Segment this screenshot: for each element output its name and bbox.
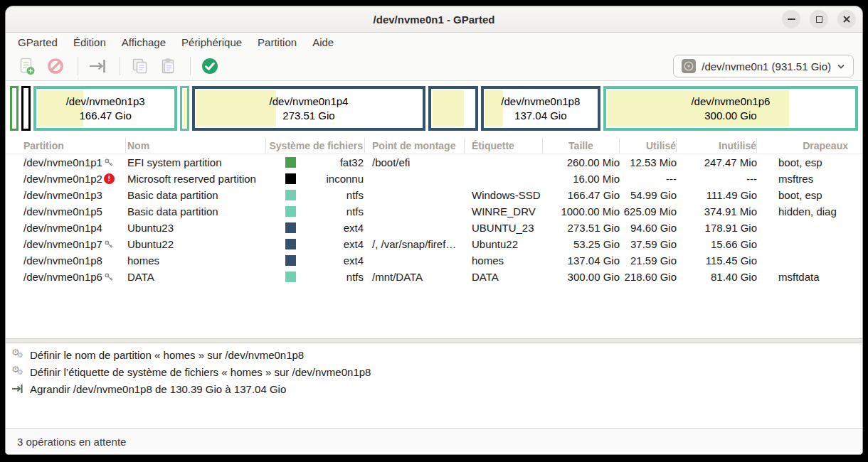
filesystem-name: ext4 <box>344 238 364 250</box>
table-row[interactable]: /dev/nvme0n1p6DATAntfs/mnt/DATADATA300.0… <box>6 269 862 285</box>
device-selector-label: /dev/nvme0n1 (931.51 Gio) <box>702 60 831 72</box>
partition-segment-size: 300.00 Gio <box>691 109 770 123</box>
table-row[interactable]: /dev/nvme0n1p7Ubuntu22ext4/, /var/snap/f… <box>6 236 862 252</box>
mount-cell <box>365 187 465 203</box>
partition-segment[interactable] <box>21 86 31 131</box>
table-row[interactable]: /dev/nvme0n1p8homesext4homes137.04 Gio21… <box>6 252 862 269</box>
filesystem-name: ext4 <box>344 222 364 234</box>
mount-cell: /, /var/snap/firef… <box>365 236 465 252</box>
filesystem-color-swatch <box>285 222 296 233</box>
size-cell: 53.25 Gio <box>543 236 620 252</box>
partition-segment[interactable] <box>428 86 478 131</box>
partition-segment-device: /dev/nvme0n1p3 <box>66 95 145 109</box>
filesystem-name: ext4 <box>344 254 364 267</box>
copy-icon <box>130 57 149 75</box>
new-partition-button[interactable] <box>14 55 40 77</box>
partition-cell: /dev/nvme0n1p6 <box>6 269 126 285</box>
filesystem-name: ntfs <box>346 189 364 201</box>
disk-visual-bar: /dev/nvme0n1p3166.47 Gio/dev/nvme0n1p427… <box>10 86 858 131</box>
filesystem-color-swatch <box>285 255 296 266</box>
label-cell: homes <box>465 252 543 269</box>
menu-edition[interactable]: Édition <box>65 34 114 50</box>
filesystem-color-swatch <box>285 157 296 168</box>
used-cell: 21.59 Gio <box>620 252 677 269</box>
filesystem-cell: ntfs <box>266 187 365 203</box>
paste-button[interactable] <box>155 55 181 77</box>
filesystem-name: fat32 <box>340 156 364 168</box>
table-row[interactable]: /dev/nvme0n1p4Ubuntu23ext4UBUNTU_23273.5… <box>6 220 862 236</box>
filesystem-color-swatch <box>285 272 296 282</box>
statusbar: 3 opérations en attente <box>6 428 862 454</box>
partition-segment-device: /dev/nvme0n1p8 <box>501 95 580 109</box>
partition-cell: /dev/nvme0n1p7 <box>6 236 126 252</box>
partition-segment-label: /dev/nvme0n1p8137.04 Gio <box>501 95 580 122</box>
size-cell: 260.00 Mio <box>543 154 620 171</box>
partition-segment-label: /dev/nvme0n1p6300.00 Gio <box>691 95 770 122</box>
resize-move-icon <box>87 57 108 75</box>
partition-segment[interactable]: /dev/nvme0n1p6300.00 Gio <box>603 86 858 131</box>
resize-move-button[interactable] <box>85 55 110 77</box>
partition-cell: /dev/nvme0n1p2! <box>6 171 126 187</box>
label-cell <box>465 154 543 171</box>
partition-segment-device: /dev/nvme0n1p4 <box>270 95 349 109</box>
menu-peripherique[interactable]: Périphérique <box>174 34 250 50</box>
used-cell: 94.60 Gio <box>620 220 677 236</box>
name-cell: Microsoft reserved partition <box>126 171 266 187</box>
partition-cell: /dev/nvme0n1p1 <box>6 154 126 171</box>
partition-segment[interactable]: /dev/nvme0n1p3166.47 Gio <box>33 86 177 131</box>
unused-cell: 374.91 Mio <box>677 203 757 220</box>
table-row[interactable]: /dev/nvme0n1p1EFI system partitionfat32/… <box>6 154 862 171</box>
toolbar-separator <box>78 57 78 75</box>
unused-cell: --- <box>677 171 757 187</box>
maximize-button[interactable] <box>810 10 828 28</box>
partition-table: Partition Nom Système de fichiers Point … <box>6 137 862 338</box>
window-title: /dev/nvme0n1 - GParted <box>374 14 495 26</box>
filesystem-cell: ext4 <box>266 220 365 236</box>
label-cell: UBUNTU_23 <box>465 220 543 236</box>
pane-splitter[interactable] <box>6 338 862 343</box>
table-row[interactable]: /dev/nvme0n1p2!Microsoft reserved partit… <box>6 171 862 187</box>
operation-text: Définir l’étiquette de système de fichie… <box>30 366 371 378</box>
apply-check-icon <box>200 56 220 76</box>
table-row[interactable]: /dev/nvme0n1p3Basic data partitionntfsWi… <box>6 187 862 203</box>
name-cell: homes <box>126 252 266 269</box>
minimize-button[interactable] <box>782 10 800 28</box>
menu-aide[interactable]: Aide <box>305 34 342 50</box>
name-cell: EFI system partition <box>126 154 266 171</box>
partition-segment[interactable]: /dev/nvme0n1p4273.51 Gio <box>192 86 425 131</box>
partition-segment[interactable] <box>180 86 189 131</box>
name-cell: Ubuntu22 <box>126 236 266 252</box>
headerbar: /dev/nvme0n1 - GParted <box>6 6 862 33</box>
menu-affichage[interactable]: Affichage <box>114 34 174 50</box>
device-selector[interactable]: /dev/nvme0n1 (931.51 Gio) <box>673 55 854 77</box>
close-button[interactable] <box>837 10 856 28</box>
menubar: GParted Édition Affichage Périphérique P… <box>6 33 862 52</box>
partition-segment[interactable]: /dev/nvme0n1p8137.04 Gio <box>481 86 600 131</box>
partition-segment-label: /dev/nvme0n1p4273.51 Gio <box>270 95 349 122</box>
partition-cell: /dev/nvme0n1p3 <box>6 187 126 203</box>
gears-icon: ⚙⚙ <box>11 365 24 378</box>
name-cell: DATA <box>126 269 266 285</box>
delete-partition-button[interactable] <box>43 55 68 77</box>
apply-operations-button[interactable] <box>197 55 223 77</box>
operation-item: ⚙⚙Définir le nom de partition « homes » … <box>6 346 862 363</box>
toolbar: /dev/nvme0n1 (931.51 Gio) <box>6 52 862 81</box>
name-cell: Ubuntu23 <box>126 220 266 236</box>
partition-segment-device: /dev/nvme0n1p6 <box>691 95 770 109</box>
unused-cell: 247.47 Mio <box>677 154 757 171</box>
header-nom: Nom <box>126 138 266 153</box>
header-partition: Partition <box>6 138 126 153</box>
filesystem-cell: inconnu <box>266 171 365 187</box>
disk-visual-area: /dev/nvme0n1p3166.47 Gio/dev/nvme0n1p427… <box>6 81 862 137</box>
size-cell: 273.51 Gio <box>543 220 620 236</box>
menu-gparted[interactable]: GParted <box>10 34 65 50</box>
flags-cell: msftres <box>757 171 862 187</box>
paste-icon <box>159 57 177 75</box>
partition-segment-size: 273.51 Gio <box>270 109 349 123</box>
table-row[interactable]: /dev/nvme0n1p5Basic data partitionntfsWI… <box>6 203 862 220</box>
partition-segment[interactable] <box>10 86 18 131</box>
copy-button[interactable] <box>127 55 152 77</box>
menu-partition[interactable]: Partition <box>250 34 305 50</box>
used-space-fill <box>184 90 186 127</box>
disk-icon <box>682 59 696 73</box>
